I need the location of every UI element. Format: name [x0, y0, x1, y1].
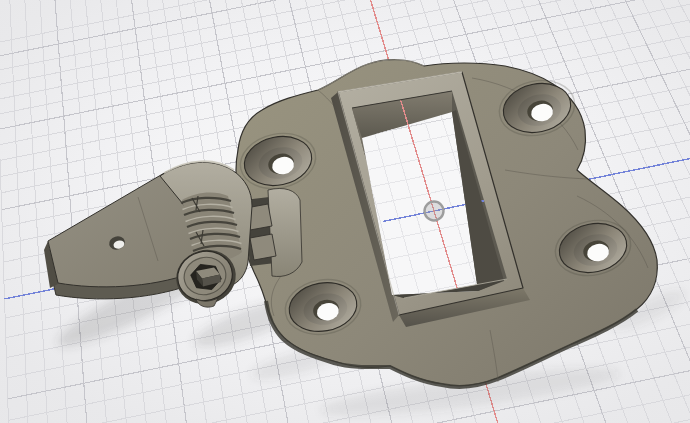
- origin-indicator[interactable]: [425, 202, 444, 221]
- origin-point[interactable]: [425, 202, 444, 221]
- cad-viewport-canvas[interactable]: [0, 0, 690, 423]
- cad-viewport[interactable]: [0, 0, 690, 423]
